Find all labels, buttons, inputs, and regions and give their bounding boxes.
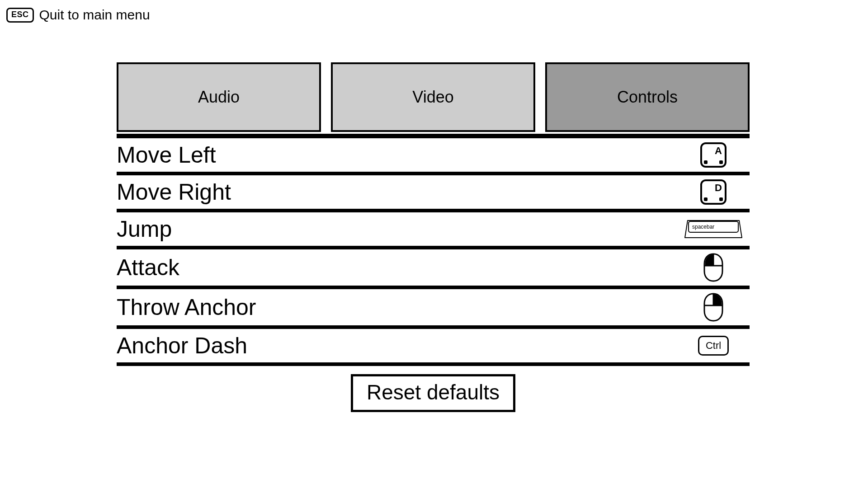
binding-input-slot[interactable]: D [677,179,750,205]
divider [117,325,750,329]
tab-video[interactable]: Video [331,62,535,132]
binding-row-jump: Jump spacebar [117,212,750,246]
divider [117,362,750,366]
divider [117,172,750,175]
ctrl-key-icon: Ctrl [698,336,729,356]
binding-row-throw-anchor: Throw Anchor [117,289,750,325]
quit-to-menu[interactable]: ESC Quit to main menu [6,7,150,23]
key-a-icon: A [700,142,726,168]
binding-action-label: Anchor Dash [117,333,247,359]
binding-action-label: Attack [117,254,179,281]
divider [117,286,750,289]
quit-label: Quit to main menu [39,7,150,23]
key-d-icon: D [700,179,726,205]
settings-panel: Audio Video Controls Move Left A Move Ri… [117,62,750,412]
tab-audio[interactable]: Audio [117,62,321,132]
divider [117,246,750,249]
binding-action-label: Jump [117,216,172,242]
binding-row-move-right: Move Right D [117,175,750,209]
mouse-left-click-icon [703,253,724,282]
binding-input-slot[interactable]: A [677,142,750,168]
divider [117,134,750,138]
tab-label: Controls [617,88,678,107]
binding-row-anchor-dash: Anchor Dash Ctrl [117,329,750,362]
spacebar-key-icon: spacebar [684,217,743,241]
binding-input-slot[interactable] [677,293,750,322]
binding-input-slot[interactable]: spacebar [677,217,750,241]
binding-action-label: Move Left [117,142,216,168]
tab-controls[interactable]: Controls [545,62,750,132]
mouse-right-click-icon [703,293,724,322]
esc-key-icon: ESC [6,8,34,23]
settings-tabs: Audio Video Controls [117,62,750,132]
binding-input-slot[interactable] [677,253,750,282]
binding-action-label: Move Right [117,179,231,205]
divider [117,209,750,212]
spacebar-label: spacebar [692,224,714,230]
reset-defaults-button[interactable]: Reset defaults [351,374,515,412]
binding-row-attack: Attack [117,249,750,286]
binding-row-move-left: Move Left A [117,138,750,172]
tab-label: Video [412,88,453,107]
binding-action-label: Throw Anchor [117,294,256,320]
binding-input-slot[interactable]: Ctrl [677,336,750,356]
tab-label: Audio [198,88,240,107]
